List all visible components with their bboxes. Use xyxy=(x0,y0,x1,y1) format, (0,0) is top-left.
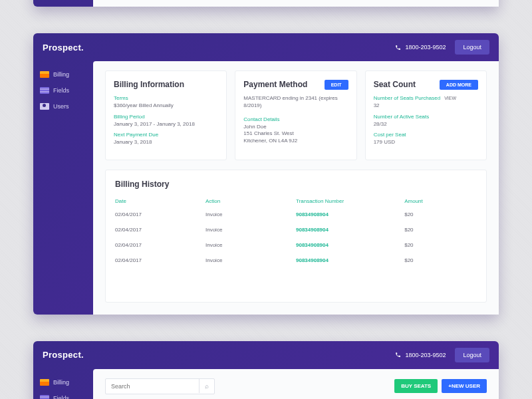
add-seats-button[interactable]: Add More xyxy=(440,80,478,90)
sidebar-item-label: Users xyxy=(53,103,69,110)
buy-seats-button[interactable]: Buy Seats xyxy=(394,379,438,393)
brand: Prospect. xyxy=(43,350,84,360)
logout-button[interactable]: Logout xyxy=(455,40,489,55)
sidebar-item-label: Fields xyxy=(53,87,69,94)
seat-count-card: Seat Count Add More Number of Seats Purc… xyxy=(365,70,487,160)
card-icon xyxy=(40,71,49,78)
card-icon xyxy=(40,379,49,386)
search-input[interactable] xyxy=(106,379,199,394)
phone-icon xyxy=(395,352,401,358)
table-row: 02/04/2017Invoice90834908904$20 xyxy=(115,207,477,222)
sidebar-item-users[interactable]: Users xyxy=(39,100,93,113)
sidebar-item-fields[interactable]: Fields xyxy=(39,392,93,399)
search-icon[interactable]: ⌕ xyxy=(199,379,214,393)
sidebar-item-billing[interactable]: Billing xyxy=(39,68,93,81)
support-phone: 1800-203-9502 xyxy=(395,352,446,358)
table-row: 02/04/2017Invoice90834908904$20 xyxy=(115,253,477,268)
table-row: 02/04/2017Invoice90834908904$20 xyxy=(115,222,477,237)
history-title: Billing History xyxy=(115,180,477,189)
app-panel-top: +Field Prospect xyxy=(33,0,499,7)
phone-icon xyxy=(395,45,401,51)
user-icon xyxy=(40,103,49,110)
new-user-button[interactable]: +New User xyxy=(442,379,487,393)
card-title: Seat Count xyxy=(374,79,416,90)
view-link[interactable]: view xyxy=(444,96,456,100)
sidebar-item-billing[interactable]: Billing xyxy=(39,376,93,389)
brand: Prospect. xyxy=(43,43,84,53)
logout-button[interactable]: Logout xyxy=(455,348,489,362)
sidebar-item-label: Billing xyxy=(53,71,69,78)
list-icon xyxy=(40,395,49,399)
sidebar-item-label: Fields xyxy=(53,395,69,399)
content: ⌕ Buy Seats +New User xyxy=(93,369,499,399)
content: Billing Information Terms $360/year Bill… xyxy=(93,61,499,315)
payment-method-card: Payment Method Edit MASTERCARD ending in… xyxy=(235,70,356,160)
history-table: Date Action Transaction Number Amount 02… xyxy=(115,196,477,268)
sidebar: Billing Fields Users xyxy=(33,61,93,315)
search-box: ⌕ xyxy=(105,378,215,394)
table-row: 02/04/2017Invoice90834908904$20 xyxy=(115,237,477,253)
app-panel-billing: Prospect. 1800-203-9502 Logout Billing F… xyxy=(33,33,499,315)
sidebar: Billing Fields xyxy=(33,369,93,399)
topbar: Prospect. 1800-203-9502 Logout xyxy=(33,33,499,61)
list-icon xyxy=(40,87,49,94)
sidebar-item-fields[interactable]: Fields xyxy=(39,84,93,97)
card-title: Billing Information xyxy=(114,79,184,90)
topbar: Prospect. 1800-203-9502 Logout xyxy=(33,341,499,369)
app-panel-users: Prospect. 1800-203-9502 Logout Billing F… xyxy=(33,341,499,399)
support-phone: 1800-203-9502 xyxy=(395,44,446,51)
billing-info-card: Billing Information Terms $360/year Bill… xyxy=(105,70,227,160)
card-title: Payment Method xyxy=(243,79,307,90)
edit-payment-button[interactable]: Edit xyxy=(325,80,348,90)
sidebar-item-label: Billing xyxy=(53,379,69,386)
billing-history: Billing History Date Action Transaction … xyxy=(105,170,487,303)
